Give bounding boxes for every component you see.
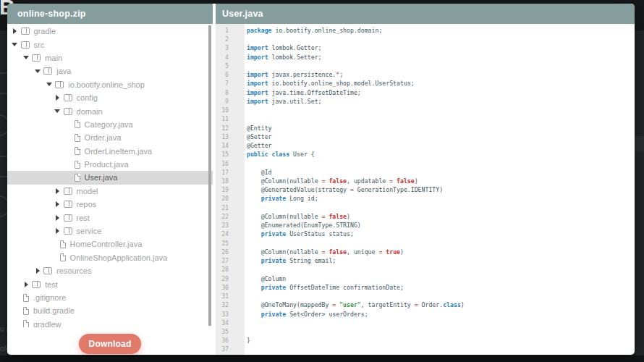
tree-item-model[interactable]: model bbox=[7, 185, 213, 198]
line-number: 9 bbox=[216, 97, 229, 106]
caret-right-icon[interactable] bbox=[54, 214, 61, 221]
caret-right-icon[interactable] bbox=[23, 281, 30, 287]
download-button[interactable]: Download bbox=[79, 334, 142, 354]
caret-down-icon[interactable] bbox=[54, 108, 61, 114]
code-line: import io.bootify.online_shop.model.User… bbox=[247, 79, 635, 88]
caret-down-icon[interactable] bbox=[46, 81, 53, 88]
tree-item-label: build.gradle bbox=[33, 306, 75, 315]
caret-down-icon[interactable] bbox=[23, 54, 30, 61]
code-line: @GeneratedValue(strategy = GenerationTyp… bbox=[247, 185, 635, 194]
line-number: 14 bbox=[216, 141, 229, 150]
code-line: @Column(nullable = false, updatable = fa… bbox=[247, 177, 635, 185]
tree-item-label: io.bootify.online_shop bbox=[68, 80, 145, 89]
code-line: @Column(nullable = false) bbox=[247, 212, 635, 221]
code-line: @Getter bbox=[247, 141, 635, 150]
tree-item-order-java[interactable]: Order.java bbox=[7, 131, 213, 144]
code-line: private UserStatus status; bbox=[247, 230, 635, 238]
folder-icon bbox=[64, 227, 72, 235]
tree-item-label: model bbox=[77, 187, 98, 195]
tree-item-product-java[interactable]: Product.java bbox=[7, 158, 213, 171]
caret-right-icon[interactable] bbox=[54, 95, 61, 101]
line-number: 34 bbox=[216, 319, 229, 327]
tree-item-label: resources bbox=[56, 266, 91, 275]
line-number: 13 bbox=[216, 132, 229, 141]
tree-item-config[interactable]: config bbox=[7, 91, 213, 104]
tree-item-rest[interactable]: rest bbox=[7, 211, 213, 224]
file-icon bbox=[23, 294, 29, 302]
tree-item-label: OrderLineItem.java bbox=[85, 147, 153, 156]
caret-right-icon[interactable] bbox=[54, 201, 61, 208]
tree-item-gradle[interactable]: gradle bbox=[7, 25, 213, 38]
tree-item-label: Order.java bbox=[85, 133, 122, 142]
tree-item-label: OnlineShopApplication.java bbox=[70, 253, 168, 262]
background-bottom-bar bbox=[0, 355, 644, 362]
code-line: @Column(nullable = false, unique = true) bbox=[247, 248, 635, 256]
caret-right-icon[interactable] bbox=[54, 188, 61, 194]
tree-item-label: .gitignore bbox=[33, 293, 66, 302]
line-number: 19 bbox=[216, 185, 229, 194]
code-line bbox=[247, 106, 635, 114]
tree-item-build-gradle[interactable]: build.gradle bbox=[7, 304, 213, 317]
code-line: import lombok.Setter; bbox=[247, 53, 635, 62]
line-number: 6 bbox=[216, 70, 229, 79]
tree-item--gitignore[interactable]: .gitignore bbox=[7, 291, 213, 304]
line-number: 10 bbox=[216, 106, 229, 114]
caret-down-icon[interactable] bbox=[35, 68, 41, 75]
line-number: 21 bbox=[216, 203, 229, 212]
tree-item-label: gradlew bbox=[33, 320, 62, 327]
tree-item-gradlew[interactable]: gradlew bbox=[7, 318, 213, 327]
tree-item-src[interactable]: src bbox=[7, 38, 213, 51]
caret-right-icon[interactable] bbox=[12, 28, 18, 35]
caret-down-icon[interactable] bbox=[12, 41, 18, 48]
tree-item-service[interactable]: service bbox=[7, 224, 213, 237]
line-number: 35 bbox=[216, 327, 229, 336]
caret-right-icon[interactable] bbox=[54, 228, 61, 235]
file-tree-panel: online-shop.zip gradlesrcmainjavaio.boot… bbox=[7, 4, 213, 355]
line-number: 32 bbox=[216, 300, 229, 309]
code-line bbox=[247, 35, 635, 43]
tree-item-domain[interactable]: domain bbox=[7, 104, 213, 117]
line-number: 20 bbox=[216, 194, 229, 203]
line-number: 31 bbox=[216, 292, 229, 300]
code-line: private Long id; bbox=[247, 194, 635, 203]
tree-item-test[interactable]: test bbox=[7, 277, 213, 290]
tree-item-orderlineitem-java[interactable]: OrderLineItem.java bbox=[7, 145, 213, 158]
code-line: @Entity bbox=[247, 124, 635, 132]
line-number: 7 bbox=[216, 79, 229, 88]
code-line: private String email; bbox=[247, 256, 635, 265]
folder-icon bbox=[64, 94, 72, 101]
code-line bbox=[247, 239, 635, 248]
tree-item-homecontroller-java[interactable]: HomeController.java bbox=[7, 237, 213, 251]
tree-item-label: config bbox=[77, 93, 98, 102]
code-line: private Set<Order> userOrders; bbox=[247, 310, 635, 319]
tree-item-repos[interactable]: repos bbox=[7, 198, 213, 211]
tree-item-resources[interactable]: resources bbox=[7, 264, 213, 277]
tree-item-user-java[interactable]: User.java bbox=[7, 171, 213, 184]
folder-icon bbox=[43, 67, 52, 75]
folder-icon bbox=[64, 188, 72, 195]
line-number: 12 bbox=[216, 124, 229, 132]
folder-icon bbox=[43, 267, 52, 274]
caret-right-icon[interactable] bbox=[35, 268, 41, 274]
tree-footer: Download bbox=[7, 327, 213, 355]
file-tree: gradlesrcmainjavaio.bootify.online_shopc… bbox=[7, 24, 213, 327]
code-viewer: 1234567891011121314151617181920212223242… bbox=[216, 24, 635, 355]
folder-icon bbox=[21, 41, 30, 49]
line-number: 3 bbox=[216, 43, 229, 52]
line-number: 36 bbox=[216, 336, 229, 345]
folder-icon bbox=[32, 54, 41, 62]
code-line bbox=[247, 345, 635, 353]
tree-item-onlineshopapplication-java[interactable]: OnlineShopApplication.java bbox=[7, 251, 213, 264]
tree-item-category-java[interactable]: Category.java bbox=[7, 118, 213, 131]
tree-item-main[interactable]: main bbox=[7, 51, 213, 64]
code-line: import javax.persistence.*; bbox=[247, 70, 635, 79]
line-number: 8 bbox=[216, 88, 229, 97]
code-line: import lombok.Getter; bbox=[247, 43, 635, 52]
folder-icon bbox=[64, 214, 72, 222]
tree-item-java[interactable]: java bbox=[7, 64, 213, 77]
tree-scrollbar[interactable] bbox=[208, 25, 211, 326]
tree-item-label: gradle bbox=[34, 27, 56, 35]
tree-item-io-bootify-online-shop[interactable]: io.bootify.online_shop bbox=[7, 78, 213, 91]
file-icon bbox=[23, 320, 29, 327]
file-icon bbox=[75, 134, 80, 142]
